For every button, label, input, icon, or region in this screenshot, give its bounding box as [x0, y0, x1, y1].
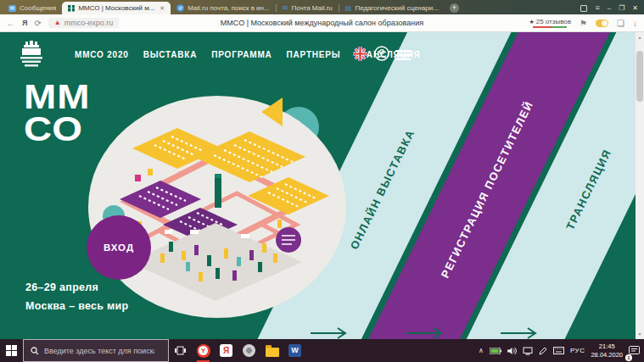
clock[interactable]: 21:45 28.04.2020 [591, 343, 623, 359]
tab-mailru-mail[interactable]: ✉ Почта Mail.ru [277, 2, 339, 14]
enter-button-label: ВХОД [104, 242, 134, 253]
banner-arrow-icon [309, 327, 350, 339]
refresh-icon[interactable]: ⟳ [34, 19, 41, 28]
account-icon[interactable] [374, 46, 389, 61]
insecure-warning-icon: ▲ [54, 19, 61, 27]
windows-logo-icon [6, 345, 17, 356]
yandex-browser-icon: Y [197, 344, 210, 358]
hidden-icons-chevron[interactable]: ∧ [479, 347, 484, 354]
yandex-search-icon[interactable]: Я [22, 19, 27, 27]
envelope-icon: ✉ [283, 4, 288, 12]
event-dates: 26–29 апреля [25, 281, 129, 293]
site-reviews[interactable]: ★ 25 отзывов [529, 18, 571, 28]
nav-item-mmco-2020[interactable]: ММСО 2020 [75, 50, 129, 59]
url-field[interactable]: ▲ mmco-expo.ru [48, 18, 119, 28]
reviews-count: 25 отзывов [536, 18, 571, 25]
task-view-icon [175, 346, 186, 355]
mmco-favicon [68, 5, 75, 12]
page-scrollbar[interactable]: ▲ ▼ [636, 32, 644, 339]
tab-label: Сообщения [20, 4, 56, 12]
tab-label: Почта Mail.ru [291, 4, 332, 12]
bookmark-icon[interactable]: ⚑ [580, 19, 587, 28]
site-header: ММСО 2020 ВЫСТАВКА ПРОГРАММА ПАРТНЕРЫ ТР… [0, 37, 644, 71]
grey-circle-app-icon [243, 344, 255, 357]
tab-groups-icon[interactable]: ❏ [617, 19, 624, 28]
start-button[interactable] [0, 339, 23, 362]
page-title: ММСО | Московский международный салон об… [221, 19, 423, 27]
exhibition-map [88, 96, 346, 318]
tab-label: Mail.ru почта, поиск в ин... [188, 4, 269, 12]
scrollbar-up-icon[interactable]: ▲ [636, 35, 644, 40]
touch-keyboard-icon[interactable] [553, 347, 564, 354]
pen-icon[interactable] [539, 347, 547, 355]
document-icon: ▤ [345, 4, 352, 12]
url-text: mmco-expo.ru [64, 19, 114, 27]
back-icon[interactable]: ← [7, 19, 15, 28]
notification-icon [629, 346, 640, 355]
mmco-logo: ММ СО [24, 81, 91, 145]
search-input[interactable] [44, 347, 154, 355]
search-icon [31, 347, 39, 355]
tabbar-controls: ≡ – ❐ ✕ [580, 3, 644, 14]
tab-close-icon[interactable]: ✕ [160, 5, 165, 12]
banner-label: ТРАНСЛЯЦИЯ [563, 147, 613, 231]
tab-messages[interactable]: Сообщения [3, 2, 62, 14]
browser-panel-icon[interactable] [580, 5, 587, 12]
screen: Сообщения ММСО | Московский м... ✕ @ Mai… [0, 0, 644, 362]
close-button[interactable]: ✕ [632, 3, 638, 13]
tab-label: ММСО | Московский м... [78, 4, 154, 12]
browser-menu-icon[interactable]: ≡ [595, 3, 599, 13]
scrollbar-thumb[interactable] [636, 51, 643, 102]
task-view-button[interactable] [169, 339, 192, 362]
battery-icon[interactable] [490, 348, 501, 354]
tab-pedagogical-doc[interactable]: ▤ Педагогический сценари... [339, 2, 445, 14]
nav-item-exhibition[interactable]: ВЫСТАВКА [143, 50, 198, 59]
taskbar-app-yandex-browser[interactable]: Y [192, 339, 215, 362]
tab-mailru-search[interactable]: @ Mail.ru почта, поиск в ин... [171, 2, 275, 14]
new-tab-button[interactable]: + [450, 3, 459, 13]
hamburger-menu-icon[interactable] [395, 50, 412, 63]
star-icon: ★ [529, 19, 534, 25]
tab-mmco-active[interactable]: ММСО | Московский м... ✕ [62, 2, 171, 14]
main-nav: ММСО 2020 ВЫСТАВКА ПРОГРАММА ПАРТНЕРЫ ТР… [75, 50, 421, 59]
mmco-logo-line2: СО [24, 114, 91, 146]
taskbar-app-explorer[interactable] [260, 339, 283, 362]
minimize-button[interactable]: – [608, 3, 611, 13]
word-icon: W [288, 344, 301, 357]
government-emblem [15, 40, 48, 70]
action-center-button[interactable]: 1 [629, 343, 640, 359]
mailru-at-icon: @ [176, 4, 184, 12]
browser-tab-bar: Сообщения ММСО | Московский м... ✕ @ Mai… [0, 0, 644, 14]
date: 28.04.2020 [591, 351, 623, 359]
webpage-viewport: ОНЛАЙН ВЫСТАВКА РЕГИСТРАЦИЯ ПОСЕТИТЕЛЕЙ … [0, 32, 644, 339]
reviews-rating-bar [533, 26, 567, 28]
yellow-arrow-shape [261, 97, 283, 126]
windows-taskbar: Y Я W ∧ [0, 339, 644, 362]
taskbar-search[interactable] [23, 339, 169, 362]
addressbar-actions: ★ 25 отзывов ⚑ ❏ ↓ [529, 18, 637, 28]
network-icon[interactable] [523, 347, 533, 355]
banner-label: ОНЛАЙН ВЫСТАВКА [348, 127, 417, 252]
restore-button[interactable]: ❐ [619, 3, 624, 13]
language-flag-icon[interactable] [353, 47, 367, 61]
downloads-icon[interactable]: ↓ [633, 19, 637, 28]
enter-button[interactable]: ВХОД [87, 215, 151, 280]
protect-toggle-icon[interactable] [596, 19, 608, 27]
exhibition-map-circle [88, 96, 346, 318]
taskbar-app-word[interactable]: W [283, 339, 306, 362]
taskbar-app-yandex[interactable]: Я [215, 339, 238, 362]
folder-icon [266, 348, 279, 357]
volume-icon[interactable] [507, 347, 517, 355]
event-dates-block: 26–29 апреля Москва – весь мир [25, 281, 129, 312]
address-bar: ← Я ⟳ ▲ mmco-expo.ru ММСО | Московский м… [0, 14, 644, 32]
taskbar-app-round-grey[interactable] [238, 339, 260, 362]
tab-label: Педагогический сценари... [355, 4, 438, 12]
scrollbar-down-icon[interactable]: ▼ [636, 331, 644, 337]
time: 21:45 [591, 343, 623, 350]
chat-icon [8, 5, 16, 12]
language-indicator[interactable]: РУС [570, 347, 585, 354]
nav-item-program[interactable]: ПРОГРАММА [211, 50, 272, 59]
system-tray: ∧ РУС 21:45 [479, 339, 644, 362]
nav-item-partners[interactable]: ПАРТНЕРЫ [287, 50, 341, 59]
event-location: Москва – весь мир [25, 300, 129, 312]
